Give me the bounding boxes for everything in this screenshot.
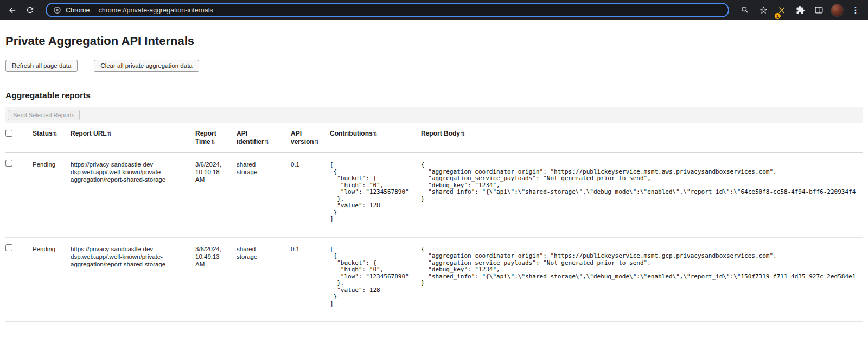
sort-icon: ⇅ <box>315 139 319 145</box>
status-cell: Pending <box>33 153 71 182</box>
sort-icon: ⇅ <box>53 131 58 137</box>
report-body-json: { "aggregation_coordinator_origin": "htt… <box>421 162 856 202</box>
side-panel-icon <box>814 5 824 15</box>
row-checkbox-cell <box>5 238 33 267</box>
address-bar[interactable]: Chrome chrome://private-aggregation-inte… <box>46 3 729 17</box>
header-report-url[interactable]: Report URL⇅ <box>71 123 195 144</box>
table-toolbar: Send Selected Reports <box>5 107 863 123</box>
pinned-extension-button[interactable]: 1 <box>774 2 790 18</box>
address-bar-url: chrome://private-aggregation-internals <box>98 7 213 14</box>
bookmark-button[interactable] <box>755 2 771 18</box>
clear-all-button[interactable]: Clear all private aggregation data <box>94 60 199 72</box>
row-checkbox[interactable] <box>5 244 12 251</box>
reload-button[interactable] <box>22 2 38 18</box>
page-actions: Refresh all page data Clear all private … <box>5 60 863 72</box>
report-row: Pending https://privacy-sandcastle-dev-d… <box>5 238 863 322</box>
sort-icon: ⇅ <box>107 131 112 137</box>
section-title: Aggregatable reports <box>5 91 863 100</box>
api-version-cell: 0.1 <box>291 238 330 267</box>
report-url-cell: https://privacy-sandcastle-dev-dsp.web.a… <box>71 238 195 282</box>
send-selected-reports-button[interactable]: Send Selected Reports <box>8 110 80 120</box>
contributions-cell: [ { "bucket": { "high": "0", "low": "123… <box>330 153 421 237</box>
extensions-button[interactable] <box>792 2 808 18</box>
extensions-puzzle-icon <box>796 5 805 15</box>
report-time-cell: 3/6/2024, 10:10:18 AM <box>195 153 237 197</box>
api-version-cell: 0.1 <box>291 153 330 182</box>
select-all-checkbox[interactable] <box>5 130 12 137</box>
back-button[interactable] <box>4 2 21 18</box>
report-url-cell: https://privacy-sandcastle-dev-dsp.web.a… <box>71 153 195 197</box>
api-identifier-cell: shared-storage <box>237 238 291 275</box>
report-body-json: { "aggregation_coordinator_origin": "htt… <box>421 246 856 287</box>
chrome-logo-icon <box>53 6 61 14</box>
bookmark-star-icon <box>759 5 768 15</box>
search-icon <box>741 5 750 15</box>
page-title: Private Aggregation API Internals <box>5 34 863 48</box>
browser-toolbar: Chrome chrome://private-aggregation-inte… <box>0 0 868 20</box>
report-body-cell: { "aggregation_coordinator_origin": "htt… <box>421 153 863 216</box>
header-api-version[interactable]: API version⇅ <box>291 123 330 152</box>
sort-icon: ⇅ <box>373 131 378 137</box>
sort-icon: ⇅ <box>265 139 269 145</box>
row-checkbox[interactable] <box>5 160 12 167</box>
kebab-menu-icon: ⋮ <box>851 6 860 15</box>
report-row: Pending https://privacy-sandcastle-dev-d… <box>5 153 863 238</box>
report-time-cell: 3/6/2024, 10:49:13 AM <box>195 238 237 282</box>
page-content: Private Aggregation API Internals Refres… <box>0 34 868 322</box>
contributions-json: [ { "bucket": { "high": "0", "low": "123… <box>330 162 414 223</box>
search-button[interactable] <box>737 2 753 18</box>
header-contributions[interactable]: Contributions⇅ <box>330 123 421 144</box>
row-checkbox-cell <box>5 153 33 182</box>
address-bar-chip-label: Chrome <box>66 7 90 14</box>
status-cell: Pending <box>33 238 71 267</box>
table-header-row: Status⇅ Report URL⇅ Report Time⇅ API ide… <box>5 123 863 153</box>
side-panel-button[interactable] <box>810 2 827 18</box>
select-all-checkbox-cell <box>5 123 33 145</box>
sort-icon: ⇅ <box>461 131 465 137</box>
contributions-cell: [ { "bucket": { "high": "0", "low": "123… <box>330 238 421 322</box>
header-report-time[interactable]: Report Time⇅ <box>195 123 237 152</box>
extension-badge: 1 <box>774 12 781 20</box>
header-report-body[interactable]: Report Body⇅ <box>421 123 863 144</box>
api-identifier-cell: shared-storage <box>237 153 291 190</box>
profile-avatar[interactable] <box>831 4 844 17</box>
toolbar-actions: 1 ⋮ <box>737 2 864 18</box>
sort-icon: ⇅ <box>211 139 215 145</box>
refresh-all-button[interactable]: Refresh all page data <box>5 60 78 72</box>
report-body-cell: { "aggregation_coordinator_origin": "htt… <box>421 238 863 301</box>
header-status[interactable]: Status⇅ <box>33 123 71 144</box>
menu-button[interactable]: ⋮ <box>847 2 864 18</box>
reload-icon <box>25 5 35 15</box>
back-arrow-icon <box>8 5 17 15</box>
header-api-identifier[interactable]: API identifier⇅ <box>237 123 291 152</box>
contributions-json: [ { "bucket": { "high": "0", "low": "123… <box>330 246 414 308</box>
